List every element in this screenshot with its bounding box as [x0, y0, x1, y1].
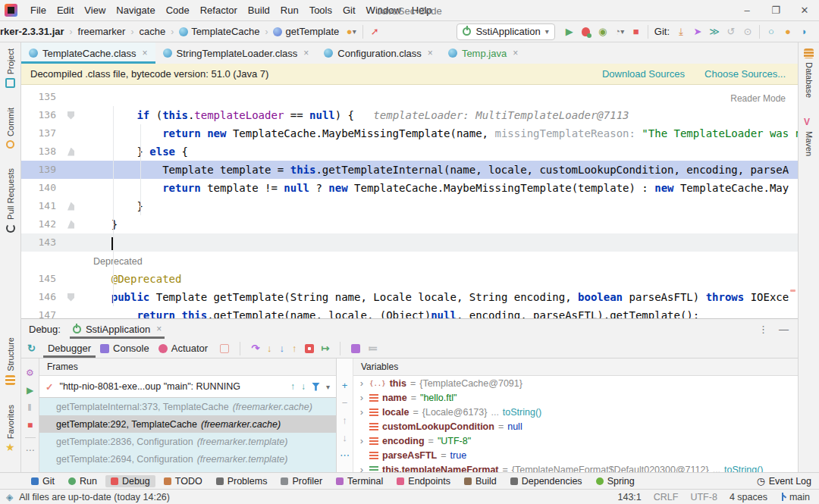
- code-line[interactable]: 137 return new TemplateCache.MaybeMissin…: [21, 124, 798, 142]
- pause-icon[interactable]: ‖: [28, 402, 33, 413]
- updates-icon[interactable]: ●: [780, 23, 796, 40]
- fold-marker[interactable]: [67, 148, 74, 156]
- tool-stripe-database[interactable]: Database: [804, 49, 814, 98]
- rerun-icon[interactable]: ↻: [27, 343, 36, 353]
- frame-row[interactable]: getTemplate:2836, Configuration(freemark…: [39, 433, 336, 450]
- menu-git[interactable]: Git: [337, 2, 361, 19]
- menu-navigate[interactable]: Navigate: [111, 2, 160, 19]
- close-icon[interactable]: ×: [513, 48, 518, 58]
- code-line[interactable]: 135: [21, 88, 798, 106]
- expander-icon[interactable]: ›: [358, 435, 366, 446]
- menu-tools[interactable]: Tools: [304, 2, 337, 19]
- file-encoding[interactable]: UTF-8: [690, 492, 717, 502]
- layout-settings-icon[interactable]: ≔: [368, 343, 378, 353]
- minimize-button[interactable]: –: [733, 0, 761, 20]
- remove-watch-icon[interactable]: −: [342, 397, 348, 409]
- move-down-icon[interactable]: ↓: [342, 432, 347, 443]
- code-editor[interactable]: Reader Mode 135136 if (this.templateLoad…: [21, 85, 798, 318]
- close-button[interactable]: ✕: [790, 0, 819, 20]
- tostring-link[interactable]: toString(): [503, 407, 541, 418]
- menu-edit[interactable]: Edit: [52, 2, 79, 19]
- stop-icon[interactable]: ■: [27, 420, 33, 430]
- code-line[interactable]: 138 } else {: [21, 142, 798, 161]
- plugin-icon[interactable]: ◗: [796, 23, 813, 40]
- code-line[interactable]: 146 public Template getTemplate(String n…: [21, 288, 798, 306]
- frame-row[interactable]: getTemplate:292, TemplateCache(freemarke…: [39, 415, 336, 433]
- code-with-me-icon[interactable]: ●▾: [343, 23, 359, 40]
- filter-icon[interactable]: [312, 383, 320, 391]
- history-icon[interactable]: ↺: [723, 23, 739, 40]
- status-message[interactable]: All files are up-to-date (today 14:26): [19, 492, 170, 502]
- toolwindow-git[interactable]: Git: [26, 475, 60, 487]
- force-step-into-icon[interactable]: ↓: [280, 343, 285, 353]
- code-line[interactable]: 143: [21, 233, 798, 252]
- menu-code[interactable]: Code: [161, 2, 195, 19]
- close-icon[interactable]: ×: [156, 324, 162, 334]
- debug-session-tab[interactable]: SstiApplication ×: [70, 319, 165, 339]
- move-up-icon[interactable]: ↑: [342, 415, 347, 426]
- breadcrumb-item[interactable]: TemplateCache: [175, 24, 263, 39]
- close-icon[interactable]: ×: [428, 48, 433, 58]
- code-line[interactable]: 141 }: [21, 197, 798, 215]
- editor-tab[interactable]: Temp.java×: [441, 42, 526, 64]
- editor-tab[interactable]: StringTemplateLoader.class×: [155, 42, 317, 64]
- variable-row[interactable]: parseAsFTL = true: [353, 448, 798, 462]
- breadcrumb-item[interactable]: cache: [135, 24, 169, 39]
- resume-icon[interactable]: ▶: [27, 385, 33, 396]
- chevron-down-icon[interactable]: ▾: [326, 383, 330, 391]
- fold-marker[interactable]: [67, 202, 74, 211]
- breadcrumb-item[interactable]: getTemplate: [269, 24, 343, 39]
- menu-run[interactable]: Run: [275, 2, 304, 19]
- step-into-icon[interactable]: ↓: [267, 343, 272, 353]
- tool-stripe-structure[interactable]: Structure: [5, 337, 15, 385]
- toolwindow-terminal[interactable]: Terminal: [331, 475, 388, 487]
- indent-setting[interactable]: 4 spaces: [730, 492, 767, 502]
- editor-tab[interactable]: Configuration.class×: [316, 42, 441, 64]
- tool-stripe-pull-requests[interactable]: Pull Requests: [5, 168, 15, 233]
- debug-tab-actuator[interactable]: Actuator: [154, 339, 212, 358]
- choose-sources-link[interactable]: Choose Sources...: [704, 68, 786, 80]
- debug-tab-console[interactable]: Console: [96, 339, 154, 358]
- caret-position[interactable]: 143:1: [618, 492, 642, 502]
- code-line[interactable]: 136 if (this.templateLoader == null) { t…: [21, 106, 798, 124]
- menu-refactor[interactable]: Refactor: [195, 2, 243, 19]
- run-button[interactable]: ▶: [561, 23, 578, 40]
- evaluate-expression-icon[interactable]: [351, 344, 360, 353]
- breadcrumb-item[interactable]: rker-2.3.31.jar: [0, 24, 68, 39]
- frame-row[interactable]: getTemplateInternal:373, TemplateCache(f…: [39, 398, 336, 415]
- tool-stripe-project[interactable]: Project: [5, 49, 15, 88]
- toolwindow-problems[interactable]: Problems: [211, 475, 273, 487]
- code-line[interactable]: 147 return this.getTemplate(name, locale…: [21, 306, 798, 318]
- reader-mode-label[interactable]: Reader Mode: [730, 89, 786, 108]
- expander-icon[interactable]: ›: [358, 377, 366, 389]
- close-icon[interactable]: ×: [303, 48, 309, 58]
- stop-button[interactable]: ■: [628, 23, 645, 40]
- fold-marker[interactable]: [67, 221, 74, 229]
- rollback-icon[interactable]: ⊙: [739, 23, 756, 40]
- editor-tab[interactable]: TemplateCache.class×: [21, 42, 155, 64]
- toolwindow-profiler[interactable]: Profiler: [275, 475, 328, 487]
- menu-build[interactable]: Build: [243, 2, 275, 19]
- variable-row[interactable]: ›{..}this = {TemplateCache@7091}: [353, 376, 798, 390]
- add-watch-icon[interactable]: +: [342, 380, 348, 391]
- toolwindow-run[interactable]: Run: [63, 475, 102, 487]
- up-arrow-icon[interactable]: ↑: [290, 381, 295, 392]
- toolwindow-endpoints[interactable]: Endpoints: [391, 475, 456, 487]
- hide-panel-icon[interactable]: —: [779, 324, 789, 335]
- variable-row[interactable]: ›name = "hello.ftl": [353, 390, 798, 405]
- step-out-icon[interactable]: ↑: [292, 343, 297, 353]
- search-icon[interactable]: ○: [763, 23, 780, 40]
- toolwindow-dependencies[interactable]: Dependencies: [505, 475, 588, 487]
- tool-stripe-maven[interactable]: VMaven: [804, 117, 814, 156]
- code-line[interactable]: 142 }: [21, 215, 798, 233]
- toolwindow-spring[interactable]: Spring: [591, 475, 640, 487]
- variable-row[interactable]: ›locale = {Locale@6173} ... toString(): [353, 405, 798, 419]
- code-line[interactable]: Deprecated: [21, 252, 798, 270]
- expander-icon[interactable]: ›: [358, 392, 366, 403]
- maximize-button[interactable]: ❐: [761, 0, 790, 20]
- debug-tab-debugger[interactable]: Debugger: [43, 339, 96, 358]
- profiler-button[interactable]: ◔▾: [611, 23, 628, 40]
- step-over-icon[interactable]: ↷: [251, 343, 259, 353]
- toolwindow-debug[interactable]: Debug: [105, 475, 155, 487]
- toolwindow-event-log[interactable]: ◷Event Log: [757, 475, 811, 487]
